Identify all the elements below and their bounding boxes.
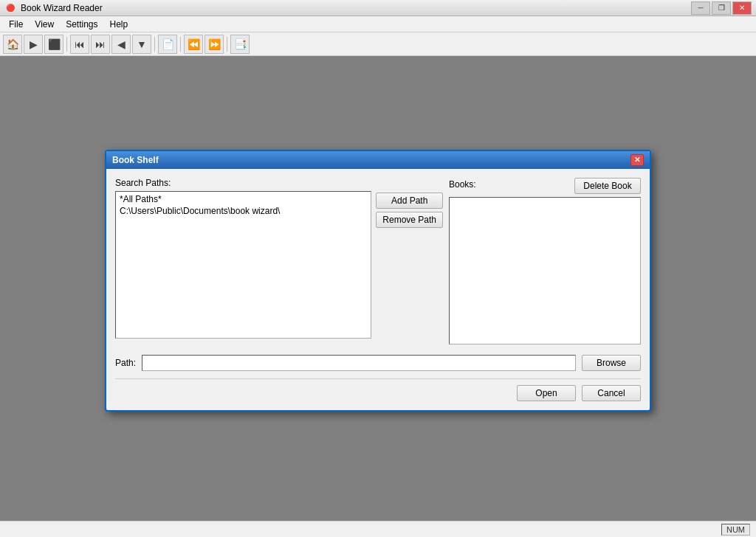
prev-page-button[interactable]: ◀	[111, 35, 131, 54]
browse-button[interactable]: Browse	[582, 355, 641, 371]
minimize-button[interactable]: ─	[691, 1, 710, 15]
forward-button[interactable]: ▶	[24, 35, 43, 54]
path-label: Path:	[115, 358, 136, 368]
next-chapter-button[interactable]: ⏭	[91, 35, 110, 54]
delete-book-button[interactable]: Delete Book	[574, 178, 641, 194]
books-list[interactable]	[449, 197, 641, 344]
dialog-title: Book Shelf	[112, 155, 159, 165]
document-button[interactable]: 📄	[158, 35, 177, 54]
cancel-button[interactable]: Cancel	[582, 385, 641, 401]
menu-settings[interactable]: Settings	[60, 18, 103, 31]
next-page-button[interactable]: ▼	[132, 35, 151, 54]
list-item[interactable]: C:\Users\Public\Documents\book wizard\	[117, 205, 369, 217]
bookmark-button[interactable]: 📑	[230, 35, 250, 54]
app-title: Book Wizard Reader	[21, 3, 691, 13]
toolbar-separator-3	[180, 37, 181, 52]
left-panel-inner: *All Paths* C:\Users\Public\Documents\bo…	[115, 191, 443, 339]
dialog-titlebar: Book Shelf ✕	[106, 151, 650, 169]
num-indicator: NUM	[721, 524, 750, 536]
status-bar: NUM	[0, 521, 756, 537]
skip-back-button[interactable]: ⏪	[184, 35, 203, 54]
add-path-button[interactable]: Add Path	[376, 193, 443, 209]
books-label: Books:	[449, 179, 476, 190]
left-panel: Search Paths: *All Paths* C:\Users\Publi…	[115, 178, 443, 347]
dialog-footer: Open Cancel	[115, 378, 641, 401]
toolbar: 🏠 ▶ ⬛ ⏮ ⏭ ◀ ▼ 📄 ⏪ ⏩ 📑	[0, 32, 756, 56]
title-bar: 🔴 Book Wizard Reader ─ ❐ ✕	[0, 0, 756, 16]
search-paths-list[interactable]: *All Paths* C:\Users\Public\Documents\bo…	[115, 191, 371, 339]
path-row: Path: Browse	[115, 355, 641, 371]
remove-path-button[interactable]: Remove Path	[376, 212, 443, 228]
dialog-columns: Search Paths: *All Paths* C:\Users\Publi…	[115, 178, 641, 347]
dialog-overlay: Book Shelf ✕ Search Paths: *All Paths* C…	[0, 56, 756, 505]
skip-fwd-button[interactable]: ⏩	[205, 35, 224, 54]
app-icon: 🔴	[4, 2, 16, 14]
prev-chapter-button[interactable]: ⏮	[70, 35, 89, 54]
dialog-close-button[interactable]: ✕	[630, 154, 644, 166]
stop-button[interactable]: ⬛	[44, 35, 63, 54]
home-button[interactable]: 🏠	[3, 35, 22, 54]
menu-file[interactable]: File	[3, 18, 29, 31]
window-controls: ─ ❐ ✕	[691, 1, 752, 15]
close-button[interactable]: ✕	[732, 1, 752, 15]
search-paths-label: Search Paths:	[115, 178, 443, 188]
menu-view[interactable]: View	[29, 18, 60, 31]
path-input[interactable]	[142, 355, 576, 371]
toolbar-separator-1	[66, 37, 67, 52]
path-buttons: Add Path Remove Path	[376, 191, 443, 339]
dialog-body: Search Paths: *All Paths* C:\Users\Publi…	[106, 169, 650, 410]
bookshelf-dialog: Book Shelf ✕ Search Paths: *All Paths* C…	[105, 150, 651, 412]
menu-help[interactable]: Help	[104, 18, 134, 31]
restore-button[interactable]: ❐	[712, 1, 731, 15]
toolbar-separator-2	[154, 37, 155, 52]
menu-bar: File View Settings Help	[0, 16, 756, 32]
list-item[interactable]: *All Paths*	[117, 193, 369, 205]
right-panel: Books: Delete Book	[449, 178, 641, 347]
open-button[interactable]: Open	[517, 385, 576, 401]
main-content: Book Shelf ✕ Search Paths: *All Paths* C…	[0, 56, 756, 521]
toolbar-separator-4	[227, 37, 227, 52]
